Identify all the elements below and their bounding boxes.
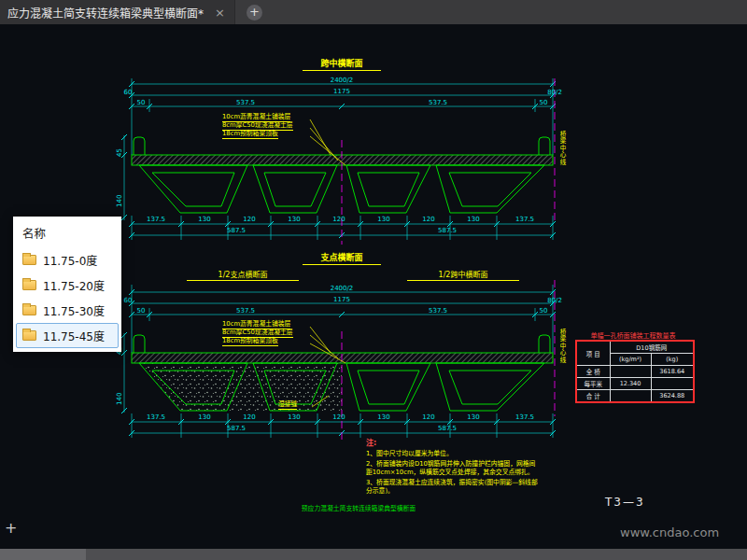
table-cell: 3618.64 [651, 366, 694, 378]
list-item-label: 11.75-20度 [43, 277, 105, 293]
dim-label: 137.5 [511, 413, 539, 421]
note-item: 1、图中尺寸均以厘米为单位。 [366, 450, 542, 459]
notes-header: 注: [366, 439, 376, 447]
quantity-table-title: 单幅一孔桥面铺装工程数量表 [570, 330, 697, 340]
table-row: 全 桥 3618.64 [576, 366, 694, 378]
dim-label: 137.5 [511, 216, 539, 223]
dim-label: 130 [280, 413, 308, 421]
dim-label: 130 [190, 413, 218, 421]
dim-label: 140 [116, 195, 123, 207]
sheet-number: T3—3 [605, 496, 645, 509]
right-barrier [539, 137, 550, 155]
list-item-label: 11.75-30度 [43, 302, 105, 318]
centerline-label: 桥梁中心线 [557, 131, 567, 166]
status-bar [0, 549, 747, 560]
dim-label: 120 [325, 216, 353, 223]
annotation: 18cm预制箱梁顶板 [222, 128, 278, 139]
dim-label: 80/2 [542, 89, 568, 96]
panel-header: 名称 [13, 217, 121, 247]
right-barrier [539, 335, 550, 353]
document-tab[interactable]: 应力混凝土简支转连续箱梁典型横断面* × [0, 0, 235, 24]
quantity-table: 项 目 D10钢筋网 (kg/m²) (kg) 全 桥 3618.64 每平米 … [575, 340, 695, 403]
table-cell: 每平米 [576, 378, 610, 390]
support-section-title: 支点横断面 [303, 251, 381, 265]
list-item-11-75-30[interactable]: 11.75-30度 [16, 298, 119, 323]
dim-label: 120 [325, 413, 353, 421]
dim-label: 45 [116, 148, 123, 157]
annotation: 18cm预制箱梁顶板 [222, 335, 278, 346]
table-cell: 12.340 [610, 378, 651, 390]
table-cell: 3624.88 [651, 390, 694, 403]
dim-label: 537.5 [412, 307, 464, 315]
note-item: 2、桥面铺装内设D10钢筋网并伸入防撞护栏内锚固，网格间距10cm×10cm，纵… [366, 460, 542, 478]
dim-label: 137.5 [142, 413, 170, 421]
dim-label: 130 [190, 216, 218, 223]
new-tab-button[interactable]: + [247, 5, 262, 21]
folder-icon [22, 280, 36, 290]
notes-block: 注: 1、图中尺寸均以厘米为单位。 2、桥面铺装内设D10钢筋网并伸入防撞护栏内… [366, 431, 542, 497]
dim-label: 120 [415, 413, 443, 421]
table-cell: 全 桥 [576, 366, 610, 378]
mid-section-title: 跨中横断面 [303, 57, 381, 71]
dim-label: 120 [235, 216, 263, 223]
tab-close-icon[interactable]: × [215, 6, 225, 20]
name-list-panel: 名称 11.75-0度 11.75-20度 11.75-30度 11.75-45… [13, 217, 121, 352]
dim-label: 50 [129, 307, 153, 315]
folder-icon [22, 255, 36, 265]
dim-label: 130 [370, 216, 398, 223]
dim-label: 1175 [314, 88, 370, 95]
deck-slab-hatch [132, 155, 553, 165]
table-header-cell: (kg/m²) [610, 354, 651, 366]
folder-icon [22, 330, 36, 341]
watermark: www.cndao.com [620, 525, 719, 539]
table-span-header: D10钢筋网 [610, 341, 694, 354]
dim-label: 1175 [314, 296, 370, 303]
table-row: 合 计 3624.88 [576, 390, 694, 403]
status-bar-segment [0, 549, 86, 560]
ucs-icon: + [5, 519, 17, 537]
dim-label: 537.5 [412, 99, 464, 106]
table-header-cell: (kg) [651, 354, 694, 366]
centerline-label: 桥梁中心线 [557, 329, 567, 364]
tab-bar: 应力混凝土简支转连续箱梁典型横断面* × + [0, 0, 747, 24]
dim-label: 130 [459, 216, 487, 223]
dim-label: 130 [280, 216, 308, 223]
left-barrier [134, 137, 145, 155]
dim-label: 2400/2 [314, 77, 370, 84]
dim-label: 587.5 [429, 227, 466, 234]
dim-label: 137.5 [142, 216, 170, 223]
table-header-cell: 项 目 [576, 341, 610, 366]
dim-label: 60 [118, 89, 138, 96]
list-item-11-75-45[interactable]: 11.75-45度 [16, 323, 119, 348]
dim-label: 537.5 [219, 307, 272, 315]
half-section-label: 1/2支点横断面 [187, 269, 299, 281]
wet-joint-label: 湿接缝 [278, 399, 297, 410]
table-cell [610, 366, 651, 378]
dim-label: 130 [459, 413, 487, 421]
dim-label: 50 [531, 99, 556, 106]
dim-label: 587.5 [218, 227, 255, 234]
drawing-caption: 预应力混凝土简支转连续箱梁典型横断面 [275, 503, 443, 512]
dim-label: 130 [370, 413, 398, 421]
table-cell [651, 378, 694, 390]
dim-label: 120 [415, 216, 443, 223]
dim-label: 537.5 [219, 99, 272, 106]
tab-title: 应力混凝土简支转连续箱梁典型横断面* [7, 5, 204, 21]
dim-label: 80/2 [542, 297, 568, 304]
dim-label: 2400/2 [314, 285, 370, 292]
table-row: 每平米 12.340 [576, 378, 694, 390]
dim-label: 120 [235, 413, 263, 421]
left-barrier [134, 335, 145, 353]
table-cell [610, 390, 651, 403]
mid-section-girder-outline [132, 137, 553, 213]
dim-label: 140 [116, 393, 123, 405]
list-item-11-75-20[interactable]: 11.75-20度 [16, 273, 119, 298]
list-item-11-75-0[interactable]: 11.75-0度 [16, 247, 119, 273]
table-cell: 合 计 [576, 390, 610, 403]
note-item: 3、桥面现浇混凝土应连续浇筑，振捣密实(图中阴影—斜线部分示意)。 [366, 479, 542, 497]
dim-label: 50 [531, 307, 556, 315]
list-item-label: 11.75-45度 [43, 328, 105, 343]
dim-label: 50 [129, 99, 153, 106]
list-item-label: 11.75-0度 [43, 252, 97, 268]
folder-icon [22, 305, 36, 315]
